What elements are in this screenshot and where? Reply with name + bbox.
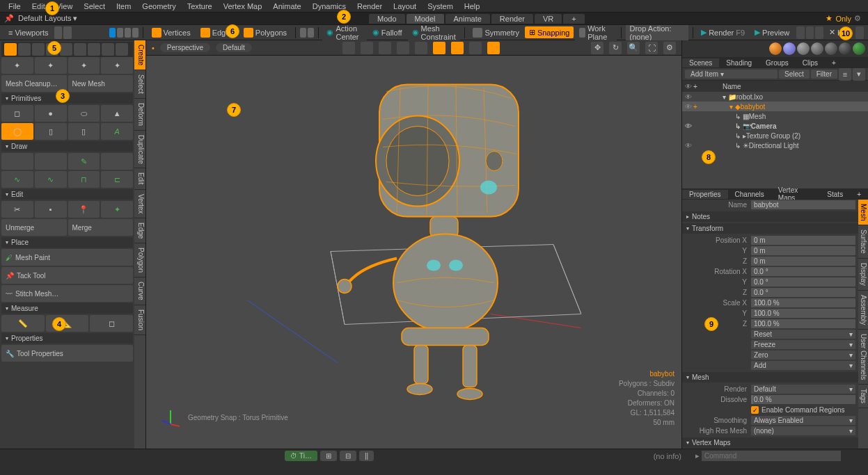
side-tab-vertex[interactable]: Vertex bbox=[134, 190, 145, 218]
extra-mode-2-icon[interactable] bbox=[308, 28, 314, 38]
dissolve-field[interactable]: 0.0 % bbox=[751, 395, 855, 404]
side-tab-deform[interactable]: Deform bbox=[134, 99, 145, 131]
scene-filter-button[interactable]: Filter bbox=[811, 70, 837, 79]
viewport-shading-dropdown[interactable]: Default bbox=[216, 43, 252, 52]
sel-tool-5-icon[interactable] bbox=[60, 43, 72, 56]
vp-opt-3-icon[interactable] bbox=[379, 42, 391, 54]
measure-volume-icon[interactable]: ◻ bbox=[90, 315, 133, 332]
command-input[interactable] bbox=[702, 451, 841, 461]
item-mode-icon[interactable] bbox=[109, 28, 116, 38]
place-section[interactable]: Place bbox=[1, 237, 133, 248]
reset-button[interactable]: Reset▾ bbox=[751, 330, 855, 339]
preset-ball-1-icon[interactable] bbox=[769, 42, 782, 55]
scene-sort-icon[interactable]: ≡ bbox=[839, 68, 851, 81]
rside-tab-userchannels[interactable]: User Channels bbox=[858, 330, 868, 385]
sel-tool-2-icon[interactable] bbox=[18, 43, 31, 56]
tab-add[interactable]: + bbox=[563, 14, 584, 24]
sel-tool-7-icon[interactable] bbox=[88, 43, 100, 56]
draw-6-icon[interactable]: ∿ bbox=[35, 171, 67, 188]
scene-tab-add[interactable]: + bbox=[825, 58, 843, 67]
prim-text-icon[interactable]: A bbox=[101, 123, 133, 140]
prop-tab-channels[interactable]: Channels bbox=[728, 190, 771, 199]
vp-opt-5-icon[interactable] bbox=[415, 42, 427, 54]
viewport-layout-1-icon[interactable] bbox=[54, 26, 63, 39]
vp-nav-move-icon[interactable]: ✥ bbox=[591, 42, 603, 54]
preset-4-icon[interactable]: ✦ bbox=[101, 57, 133, 74]
tree-item-camera[interactable]: 👁↳ 📷 Camera bbox=[682, 121, 868, 131]
work-plane-button[interactable]: Work Plane bbox=[575, 23, 617, 42]
prim-cube-icon[interactable]: ◻ bbox=[1, 105, 33, 122]
scene-tab-shading[interactable]: Shading bbox=[719, 58, 759, 67]
measure-section[interactable]: Measure bbox=[1, 303, 133, 314]
default-layouts-dropdown[interactable]: Default Layouts ▾ bbox=[18, 14, 78, 23]
menu-dynamics[interactable]: Dynamics bbox=[307, 2, 352, 10]
notes-section[interactable]: Notes bbox=[682, 211, 858, 222]
scene-tab-groups[interactable]: Groups bbox=[759, 58, 796, 67]
measure-ruler-icon[interactable]: 📏 bbox=[1, 315, 45, 332]
rside-tab-tags[interactable]: Tags bbox=[858, 385, 868, 408]
preview-button[interactable]: ▶Preview bbox=[750, 26, 794, 38]
side-tab-create[interactable]: Create bbox=[134, 40, 145, 70]
toolbar-util-4-icon[interactable] bbox=[855, 26, 864, 39]
enable-cmd-checkbox[interactable]: ✓ bbox=[751, 406, 759, 414]
add-button[interactable]: Add▾ bbox=[751, 361, 855, 370]
preset-ball-6-icon[interactable] bbox=[839, 42, 851, 55]
vertex-maps-section[interactable]: Vertex Maps bbox=[682, 437, 858, 448]
tab-modo[interactable]: Modo bbox=[369, 14, 405, 24]
prop-tab-stats[interactable]: Stats bbox=[820, 190, 850, 199]
scale-y-field[interactable]: 100.0 % bbox=[751, 309, 855, 318]
prim-cylinder-icon[interactable]: ▯ bbox=[35, 123, 67, 140]
status-util-2-icon[interactable]: ⊟ bbox=[340, 451, 356, 461]
sel-tool-1-icon[interactable] bbox=[4, 43, 17, 56]
preset-ball-2-icon[interactable] bbox=[783, 42, 796, 55]
tab-model[interactable]: Model bbox=[407, 14, 444, 24]
add-item-dropdown[interactable]: Add Item ▾ bbox=[685, 70, 778, 79]
draw-8-icon[interactable]: ⊏ bbox=[101, 171, 133, 188]
edit-4-icon[interactable]: ✦ bbox=[101, 201, 133, 218]
sel-tool-8-icon[interactable] bbox=[102, 43, 114, 56]
vp-opt-1-icon[interactable] bbox=[342, 42, 355, 54]
edit-3-icon[interactable]: 📍 bbox=[68, 201, 100, 218]
only-toggle[interactable]: ★ Only ⚙ bbox=[826, 14, 861, 23]
zero-button[interactable]: Zero▾ bbox=[751, 351, 855, 360]
gear-icon[interactable]: ⚙ bbox=[854, 14, 861, 23]
draw-4-icon[interactable] bbox=[101, 153, 133, 170]
properties-section[interactable]: Properties bbox=[1, 333, 133, 344]
scene-search-icon[interactable]: ▾ bbox=[853, 68, 865, 81]
menu-help[interactable]: Help bbox=[459, 2, 486, 10]
vp-nav-zoom-icon[interactable]: 🔍 bbox=[627, 42, 640, 54]
vp-opt-2-icon[interactable] bbox=[361, 42, 373, 54]
draw-7-icon[interactable]: ⊓ bbox=[68, 171, 100, 188]
pin-icon[interactable]: 📌 bbox=[4, 14, 14, 23]
scene-tab-scenes[interactable]: Scenes bbox=[682, 58, 719, 67]
symmetry-button[interactable]: Symmetry bbox=[468, 26, 523, 39]
side-tab-polygon[interactable]: Polygon bbox=[134, 243, 145, 277]
preset-ball-4-icon[interactable] bbox=[811, 42, 823, 55]
menu-system[interactable]: System bbox=[422, 2, 459, 10]
toolbar-util-3-icon[interactable] bbox=[815, 26, 823, 39]
timeline-button[interactable]: ⏱ Ti… bbox=[285, 451, 317, 461]
freeze-button[interactable]: Freeze▾ bbox=[751, 340, 855, 349]
extra-mode-1-icon[interactable] bbox=[300, 28, 306, 38]
menu-geometry[interactable]: Geometry bbox=[136, 2, 181, 10]
mesh-section[interactable]: Mesh bbox=[682, 372, 858, 383]
toolbar-util-1-icon[interactable] bbox=[796, 26, 805, 39]
merge-button[interactable]: Merge bbox=[68, 219, 134, 236]
prop-tab-properties[interactable]: Properties bbox=[682, 190, 728, 199]
position-x-field[interactable]: 0 m bbox=[751, 236, 855, 245]
edit-section[interactable]: Edit bbox=[1, 189, 133, 200]
vp-nav-fit-icon[interactable]: ⛶ bbox=[645, 42, 658, 54]
preset-1-icon[interactable]: ✦ bbox=[1, 57, 33, 74]
sel-tool-9-icon[interactable] bbox=[116, 43, 128, 56]
tree-item-mesh[interactable]: ↳ ▦ Mesh bbox=[682, 111, 868, 121]
transform-section[interactable]: Transform bbox=[682, 223, 858, 234]
highres-dropdown[interactable]: (none)▾ bbox=[751, 426, 855, 435]
rotation-y-field[interactable]: 0.0 ° bbox=[751, 277, 855, 287]
falloff-button[interactable]: ◉ Falloff bbox=[368, 26, 407, 38]
edit-cut-icon[interactable]: ✂ bbox=[1, 201, 33, 218]
sel-tool-6-icon[interactable] bbox=[74, 43, 86, 56]
viewport-3d[interactable]: babybot Polygons : Subdiv Channels: 0 De… bbox=[146, 56, 681, 449]
side-tab-edit[interactable]: Edit bbox=[134, 168, 145, 189]
edit-2-icon[interactable]: ▪ bbox=[35, 201, 67, 218]
vp-opt-6-icon[interactable] bbox=[433, 42, 445, 54]
